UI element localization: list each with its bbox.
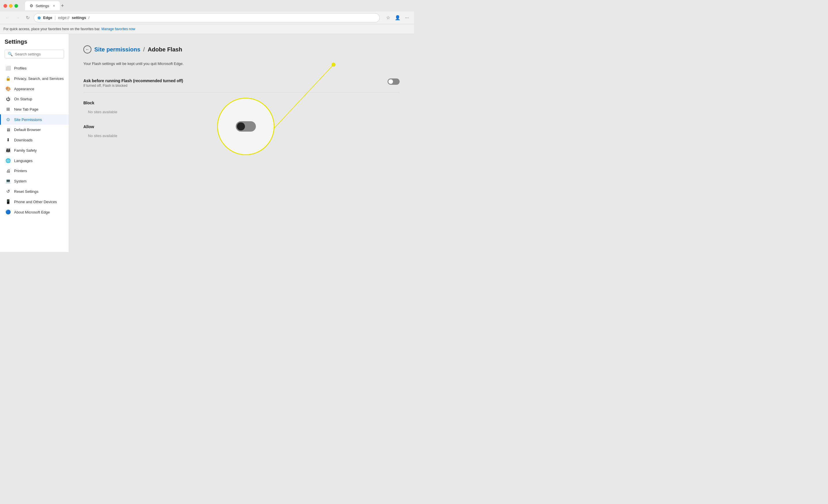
sidebar-item-reset-label: Reset Settings bbox=[14, 189, 39, 194]
about-icon: 🔵 bbox=[5, 210, 11, 215]
sidebar-item-startup[interactable]: ⏻ On Startup bbox=[0, 94, 69, 104]
maximize-button[interactable] bbox=[14, 4, 18, 8]
startup-icon: ⏻ bbox=[5, 97, 11, 101]
newtab-icon: ⊞ bbox=[5, 106, 11, 112]
sidebar-item-phone-devices-label: Phone and Other Devices bbox=[14, 200, 57, 204]
edge-logo-icon: ⊕ bbox=[37, 15, 41, 20]
breadcrumb-separator: / bbox=[143, 46, 145, 53]
sidebar-item-printers-label: Printers bbox=[14, 169, 27, 173]
breadcrumb-current: Adobe Flash bbox=[148, 46, 182, 53]
allow-section: Allow No sites available bbox=[83, 125, 400, 140]
traffic-lights bbox=[3, 4, 18, 8]
new-tab-button[interactable]: + bbox=[61, 3, 64, 9]
appearance-icon: 🎨 bbox=[5, 86, 11, 91]
tab-bar: ⚙ Settings ✕ + bbox=[25, 1, 411, 10]
breadcrumb: ← Site permissions / Adobe Flash bbox=[83, 45, 400, 53]
content-area: ← Site permissions / Adobe Flash Your Fl… bbox=[69, 34, 414, 252]
nav-actions: ☆ 👤 ··· bbox=[384, 14, 411, 21]
block-no-sites: No sites available bbox=[83, 107, 400, 117]
sidebar-item-languages[interactable]: 🌐 Languages bbox=[0, 155, 69, 166]
privacy-icon: 🔒 bbox=[5, 76, 11, 81]
flash-toggle-track bbox=[387, 79, 400, 85]
address-separator: | bbox=[55, 15, 56, 20]
sidebar-item-newtab[interactable]: ⊞ New Tab Page bbox=[0, 104, 69, 114]
flash-toggle-row: Ask before running Flash (recommended tu… bbox=[83, 74, 400, 93]
navbar: ← → ↻ ⊕ Edge | edge://settings/ ☆ 👤 ··· bbox=[0, 11, 414, 24]
main-area: Settings 🔍 ⬜ Profiles 🔒 Privacy, Search,… bbox=[0, 34, 414, 252]
address-domain: edge:// bbox=[58, 15, 70, 20]
site-permissions-icon: ⊙ bbox=[5, 117, 11, 122]
default-browser-icon: 🖥 bbox=[5, 127, 11, 132]
reset-icon: ↺ bbox=[5, 189, 11, 194]
sidebar-item-privacy-label: Privacy, Search, and Services bbox=[14, 77, 64, 81]
sidebar-item-system-label: System bbox=[14, 179, 27, 183]
family-safety-icon: 👨‍👩‍👧 bbox=[5, 148, 11, 153]
sidebar-item-site-permissions-label: Site Permissions bbox=[14, 118, 42, 122]
sidebar-item-family-safety-label: Family Safety bbox=[14, 148, 37, 152]
breadcrumb-link[interactable]: Site permissions bbox=[94, 46, 140, 53]
close-button[interactable] bbox=[3, 4, 7, 8]
back-button[interactable]: ← bbox=[3, 14, 11, 21]
tab-close-button[interactable]: ✕ bbox=[53, 4, 55, 8]
flash-toggle[interactable] bbox=[387, 79, 400, 85]
sidebar-item-family-safety[interactable]: 👨‍👩‍👧 Family Safety bbox=[0, 145, 69, 155]
flash-note: Your Flash settings will be kept until y… bbox=[83, 61, 400, 66]
settings-tab-label: Settings bbox=[36, 4, 49, 8]
favorites-bar: For quick access, place your favorites h… bbox=[0, 24, 414, 34]
sidebar-title: Settings bbox=[0, 39, 69, 50]
sidebar-item-reset[interactable]: ↺ Reset Settings bbox=[0, 186, 69, 196]
refresh-button[interactable]: ↻ bbox=[24, 14, 31, 21]
search-icon: 🔍 bbox=[8, 52, 13, 56]
menu-button[interactable]: ··· bbox=[403, 14, 411, 21]
sidebar: Settings 🔍 ⬜ Profiles 🔒 Privacy, Search,… bbox=[0, 34, 69, 252]
forward-button[interactable]: → bbox=[14, 14, 22, 21]
address-path: / bbox=[89, 15, 90, 20]
favorites-button[interactable]: ☆ bbox=[384, 14, 392, 21]
minimize-button[interactable] bbox=[9, 4, 13, 8]
sidebar-item-about-label: About Microsoft Edge bbox=[14, 210, 50, 214]
sidebar-item-appearance-label: Appearance bbox=[14, 87, 34, 91]
flash-setting-label-group: Ask before running Flash (recommended tu… bbox=[83, 79, 183, 88]
manage-favorites-link[interactable]: Manage favorites now bbox=[101, 27, 135, 31]
sidebar-item-about[interactable]: 🔵 About Microsoft Edge bbox=[0, 207, 69, 217]
phone-devices-icon: 📱 bbox=[5, 199, 11, 204]
settings-tab-icon: ⚙ bbox=[30, 3, 33, 8]
printers-icon: 🖨 bbox=[5, 168, 11, 173]
sidebar-item-default-browser-label: Default Browser bbox=[14, 128, 41, 132]
back-to-site-permissions-button[interactable]: ← bbox=[83, 45, 91, 53]
address-bar[interactable]: ⊕ Edge | edge://settings/ bbox=[34, 13, 380, 22]
search-input[interactable] bbox=[15, 52, 61, 56]
sidebar-item-appearance[interactable]: 🎨 Appearance bbox=[0, 84, 69, 94]
system-icon: 💻 bbox=[5, 178, 11, 184]
sidebar-item-downloads-label: Downloads bbox=[14, 138, 33, 142]
sidebar-item-site-permissions[interactable]: ⊙ Site Permissions bbox=[0, 114, 69, 125]
titlebar: ⚙ Settings ✕ + bbox=[0, 0, 414, 11]
sidebar-item-startup-label: On Startup bbox=[14, 97, 32, 101]
flash-setting-label: Ask before running Flash (recommended tu… bbox=[83, 79, 183, 83]
flash-setting-section: Ask before running Flash (recommended tu… bbox=[83, 74, 400, 93]
block-section: Block No sites available bbox=[83, 101, 400, 117]
settings-tab[interactable]: ⚙ Settings ✕ bbox=[25, 1, 60, 10]
flash-setting-sublabel: If turned off, Flash is blocked bbox=[83, 84, 183, 88]
favorites-bar-text: For quick access, place your favorites h… bbox=[3, 27, 100, 31]
sidebar-item-privacy[interactable]: 🔒 Privacy, Search, and Services bbox=[0, 73, 69, 84]
sidebar-item-profiles[interactable]: ⬜ Profiles bbox=[0, 63, 69, 73]
profiles-icon: ⬜ bbox=[5, 65, 11, 71]
sidebar-item-newtab-label: New Tab Page bbox=[14, 107, 38, 111]
sidebar-item-system[interactable]: 💻 System bbox=[0, 176, 69, 186]
languages-icon: 🌐 bbox=[5, 158, 11, 163]
allow-heading: Allow bbox=[83, 125, 400, 129]
collections-button[interactable]: 👤 bbox=[393, 14, 402, 21]
sidebar-item-languages-label: Languages bbox=[14, 158, 33, 163]
downloads-icon: ⬇ bbox=[5, 137, 11, 142]
sidebar-item-downloads[interactable]: ⬇ Downloads bbox=[0, 135, 69, 145]
sidebar-item-profiles-label: Profiles bbox=[14, 66, 27, 71]
sidebar-item-phone-devices[interactable]: 📱 Phone and Other Devices bbox=[0, 196, 69, 207]
search-box[interactable]: 🔍 bbox=[5, 50, 64, 58]
address-edge-label: Edge bbox=[43, 15, 52, 20]
sidebar-item-default-browser[interactable]: 🖥 Default Browser bbox=[0, 125, 69, 135]
sidebar-item-printers[interactable]: 🖨 Printers bbox=[0, 166, 69, 176]
address-bold-part: settings bbox=[72, 15, 86, 20]
allow-no-sites: No sites available bbox=[83, 131, 400, 140]
block-heading: Block bbox=[83, 101, 400, 105]
